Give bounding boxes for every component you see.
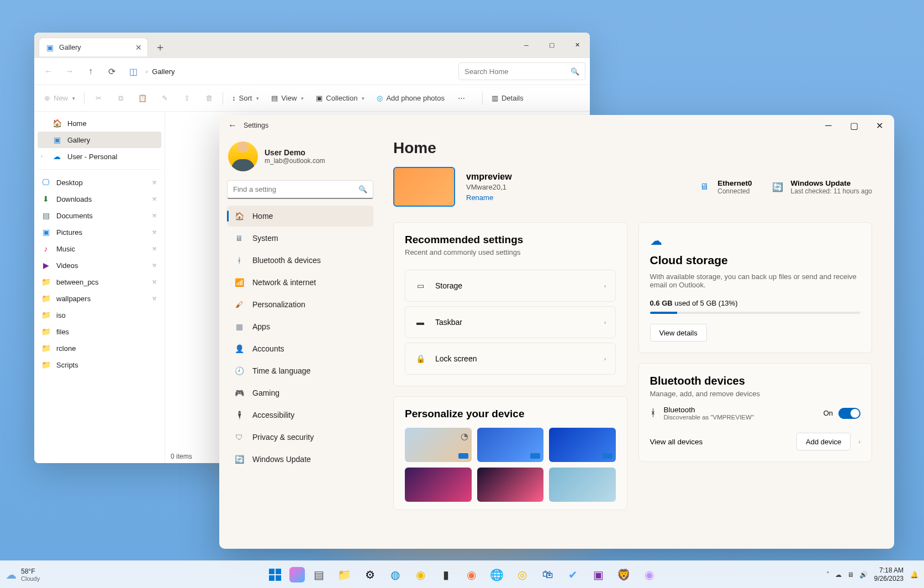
view-all-devices-link[interactable]: View all devices: [650, 438, 703, 446]
taskbar-app-edge[interactable]: ◍: [384, 564, 406, 586]
taskbar-app-chrome-canary[interactable]: ◉: [410, 564, 432, 586]
explorer-tab-gallery[interactable]: ▣ Gallery ✕: [39, 38, 148, 56]
sidebar-item-desktop[interactable]: 🖵Desktop⤧: [38, 174, 161, 191]
view-details-button[interactable]: View details: [650, 324, 707, 342]
theme-option[interactable]: ◔: [405, 428, 472, 462]
taskbar-app-todo[interactable]: ✔: [562, 564, 584, 586]
bluetooth-toggle[interactable]: On: [823, 408, 860, 419]
collection-menu[interactable]: ▣Collection▾: [311, 89, 369, 108]
notifications-icon[interactable]: 🔔: [910, 571, 918, 579]
sidebar-item-gallery[interactable]: ▣Gallery: [38, 132, 161, 148]
forward-button[interactable]: →: [60, 61, 80, 81]
cut-button[interactable]: ✂: [89, 89, 108, 108]
delete-button[interactable]: 🗑: [199, 89, 218, 108]
settings-search-input[interactable]: Find a setting 🔍: [227, 180, 373, 199]
refresh-button[interactable]: ⟳: [102, 61, 122, 81]
theme-option[interactable]: [549, 428, 616, 462]
explorer-sidebar[interactable]: 🏠Home ▣Gallery ›☁User - Personal 🖵Deskto…: [34, 112, 165, 463]
taskbar-app-settings[interactable]: ⚙: [359, 564, 381, 586]
up-button[interactable]: ↑: [81, 61, 101, 81]
nav-accounts[interactable]: 👤Accounts: [227, 338, 373, 359]
sort-menu[interactable]: ↕Sort▾: [228, 89, 263, 108]
taskbar-app-misc[interactable]: ◉: [638, 564, 661, 586]
share-button[interactable]: ⇪: [177, 89, 196, 108]
nav-system[interactable]: 🖥System: [227, 228, 373, 249]
explorer-search-input[interactable]: Search Home 🔍: [458, 62, 585, 80]
back-button[interactable]: ←: [221, 115, 244, 136]
taskbar-app-explorer[interactable]: 📁: [334, 564, 356, 586]
details-pane-button[interactable]: ▥Details: [487, 89, 528, 108]
minimize-button[interactable]: ─: [514, 33, 539, 57]
toggle-switch[interactable]: [838, 408, 860, 419]
nav-personalization[interactable]: 🖌Personalization: [227, 294, 373, 315]
taskbar-app-store[interactable]: 🛍: [537, 564, 559, 586]
user-account-block[interactable]: User Demo m_lab@outlook.com: [228, 141, 373, 171]
back-button[interactable]: ←: [39, 61, 59, 81]
more-button[interactable]: ⋯: [452, 89, 471, 108]
new-tab-button[interactable]: ＋: [151, 38, 169, 56]
taskbar-app-brave[interactable]: 🦁: [613, 564, 635, 586]
nav-network[interactable]: 📶Network & internet: [227, 272, 373, 293]
setting-link-storage[interactable]: ▭Storage›: [405, 270, 616, 302]
theme-option[interactable]: [405, 468, 472, 502]
windows-update-status[interactable]: 🔄 Windows UpdateLast checked: 11 hours a…: [771, 179, 872, 195]
add-phone-photos[interactable]: ◎Add phone photos: [372, 89, 449, 108]
clock[interactable]: 7:18 AM 9/26/2023: [874, 566, 904, 582]
sidebar-item-wallpapers[interactable]: 📁wallpapers⤧: [38, 290, 161, 307]
minimize-button[interactable]: ─: [816, 115, 841, 136]
taskbar-app-chrome[interactable]: 🌐: [486, 564, 508, 586]
rename-button[interactable]: ✎: [155, 89, 174, 108]
nav-windows-update[interactable]: 🔄Windows Update: [227, 449, 373, 470]
onedrive-tray-icon[interactable]: ☁: [835, 571, 842, 579]
sidebar-item-home[interactable]: 🏠Home: [38, 115, 161, 132]
rename-link[interactable]: Rename: [466, 193, 493, 202]
nav-time-language[interactable]: 🕘Time & language: [227, 360, 373, 381]
taskbar-app-taskview[interactable]: ▤: [308, 564, 330, 586]
sidebar-item-downloads[interactable]: ⬇Downloads⤧: [38, 191, 161, 207]
close-button[interactable]: ✕: [867, 115, 892, 136]
taskbar-app-firefox[interactable]: ◉: [461, 564, 483, 586]
ethernet-status[interactable]: 🖥 Ethernet0Connected: [698, 179, 752, 195]
maximize-button[interactable]: ▢: [841, 115, 867, 136]
taskbar-app-terminal[interactable]: ▮: [435, 564, 457, 586]
close-tab-icon[interactable]: ✕: [135, 43, 142, 52]
maximize-button[interactable]: ▢: [539, 33, 564, 57]
setting-link-lockscreen[interactable]: 🔒Lock screen›: [405, 343, 616, 375]
nav-gaming[interactable]: 🎮Gaming: [227, 382, 373, 403]
volume-tray-icon[interactable]: 🔊: [859, 571, 868, 579]
close-button[interactable]: ✕: [564, 33, 590, 57]
theme-option[interactable]: [477, 468, 544, 502]
nav-home[interactable]: 🏠Home: [227, 206, 373, 227]
taskbar-app-copilot[interactable]: [289, 567, 305, 582]
add-device-button[interactable]: Add device: [796, 433, 851, 450]
weather-widget[interactable]: ☁ 58°F Cloudy: [6, 568, 40, 582]
sidebar-item-user-personal[interactable]: ›☁User - Personal: [38, 148, 161, 165]
network-tray-icon[interactable]: 🖥: [847, 571, 854, 579]
view-menu[interactable]: ▤View▾: [267, 89, 308, 108]
taskbar-app-chrome2[interactable]: ◎: [511, 564, 534, 586]
breadcrumb[interactable]: Gallery: [152, 67, 175, 76]
paste-button[interactable]: 📋: [133, 89, 152, 108]
theme-option[interactable]: [549, 468, 616, 502]
sidebar-item-between-pcs[interactable]: 📁between_pcs⤧: [38, 274, 161, 290]
nav-accessibility[interactable]: 🕴Accessibility: [227, 405, 373, 426]
nav-apps[interactable]: ▦Apps: [227, 316, 373, 337]
new-menu[interactable]: ⊕New▾: [40, 89, 80, 108]
sidebar-item-documents[interactable]: ▤Documents⤧: [38, 207, 161, 224]
settings-content[interactable]: Home vmpreview VMware20,1 Rename 🖥 Ether…: [381, 136, 894, 549]
start-button[interactable]: [264, 564, 286, 586]
sidebar-item-iso[interactable]: 📁iso: [38, 307, 161, 323]
sidebar-item-files[interactable]: 📁files: [38, 323, 161, 340]
theme-option[interactable]: [477, 428, 544, 462]
taskbar-app-onenote[interactable]: ▣: [588, 564, 610, 586]
sidebar-item-rclone[interactable]: 📁rclone: [38, 340, 161, 356]
sidebar-item-music[interactable]: ♪Music⤧: [38, 240, 161, 257]
nav-bluetooth[interactable]: ᚼBluetooth & devices: [227, 250, 373, 271]
sidebar-item-scripts[interactable]: 📁Scripts: [38, 356, 161, 373]
chevron-right-icon[interactable]: ›: [41, 154, 46, 159]
chevron-up-icon[interactable]: ˄: [826, 571, 830, 579]
setting-link-taskbar[interactable]: ▬Taskbar›: [405, 306, 616, 338]
sidebar-item-pictures[interactable]: ▣Pictures⤧: [38, 224, 161, 240]
sidebar-item-videos[interactable]: ▶Videos⤧: [38, 257, 161, 274]
nav-privacy[interactable]: 🛡Privacy & security: [227, 427, 373, 448]
